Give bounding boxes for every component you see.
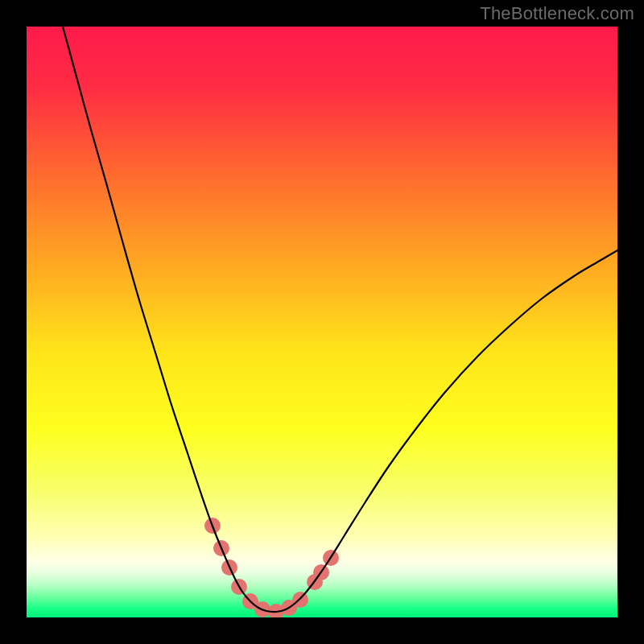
gradient-background	[27, 27, 617, 617]
chart-svg	[27, 27, 617, 617]
plot-area	[27, 27, 617, 617]
watermark-text: TheBottleneck.com	[480, 3, 634, 24]
chart-frame: TheBottleneck.com	[0, 0, 644, 644]
